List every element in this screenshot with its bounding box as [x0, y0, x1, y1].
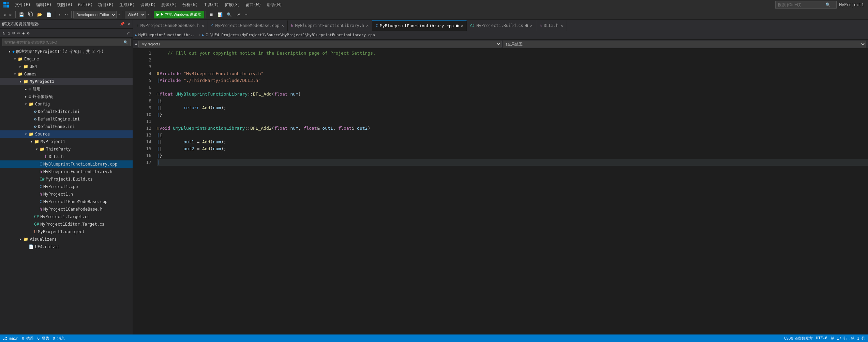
tree-item-source[interactable]: ▼ 📁 Source — [0, 130, 133, 138]
menu-extensions[interactable]: 扩展(X) — [222, 1, 243, 9]
tree-item-defaultgame[interactable]: ▶ ⚙ DefaultGame.ini — [0, 123, 133, 130]
configuration-dropdown[interactable]: Development Editor — [73, 11, 117, 18]
tab-gamemodebasecpp-close[interactable]: ✕ — [282, 23, 284, 28]
toolbar-new-btn[interactable]: 📄 — [45, 12, 53, 18]
tab-myblueprintcpp-close[interactable]: ✕ — [461, 24, 463, 28]
tree-item-myblueprinh[interactable]: ▶ h MyBlueprintFunctionLibrary.h — [0, 168, 133, 175]
tab-dll3h-close[interactable]: ✕ — [560, 23, 563, 28]
menu-tools[interactable]: 工具(T) — [201, 1, 222, 9]
visualizers-expand-arrow[interactable]: ▼ — [18, 238, 23, 241]
home-icon[interactable]: ⌂ — [7, 30, 11, 36]
filter-icon[interactable]: ⊟ — [12, 30, 15, 36]
sidebar-search-input[interactable] — [4, 40, 123, 44]
tree-item-editortarget[interactable]: ▶ C# MyProject1Editor.Target.cs — [0, 220, 133, 228]
pin-icon[interactable]: 📌 — [119, 22, 125, 27]
tree-item-solution[interactable]: ▼ ◆ 解决方案'MyProject1'(2 个项目，共 2 个) — [0, 48, 133, 55]
toolbar-search2-btn[interactable]: 🔍 — [225, 12, 234, 18]
myproject1src-expand-arrow[interactable]: ▼ — [29, 140, 34, 143]
breadcrumb-path[interactable]: C:\UE4 Projects\MyProject1\Source\MyProj… — [206, 33, 375, 37]
menu-analyze[interactable]: 分析(N) — [180, 1, 201, 9]
toolbar-more-btn[interactable]: ⋯ — [243, 12, 249, 18]
toolbar-save-btn[interactable]: 💾 — [17, 12, 26, 18]
tree-item-myproject1build[interactable]: ▶ C# MyProject1.Build.cs — [0, 175, 133, 183]
toolbar-open-btn[interactable]: 📂 — [35, 12, 44, 18]
waibuyilaix-expand-arrow[interactable]: ▶ — [23, 95, 29, 98]
scope-project-dropdown[interactable]: MyProject1 — [138, 41, 502, 47]
sidebar-close-icon[interactable]: ✕ — [127, 22, 131, 27]
menu-test[interactable]: 测试(S) — [159, 1, 180, 9]
tree-container[interactable]: ▼ ◆ 解决方案'MyProject1'(2 个项目，共 2 个) ▼ 📁 En… — [0, 47, 133, 334]
tree-item-target[interactable]: ▶ C# MyProject1.Target.cs — [0, 213, 133, 220]
menu-file[interactable]: 文件(F) — [12, 1, 33, 9]
toolbar-extra-btns[interactable]: ⏹ — [208, 12, 215, 18]
tree-label-myblueprintcpp: MyBlueprintFunctionLibrary.cpp — [43, 162, 117, 167]
toolbar-perf-btn[interactable]: 📊 — [216, 12, 224, 18]
expand-all-icon[interactable]: ⤢ — [126, 30, 131, 36]
solution-expand-arrow[interactable]: ▼ — [7, 50, 12, 53]
menu-edit[interactable]: 编辑(E) — [33, 1, 55, 9]
tree-item-uproject[interactable]: ▶ U MyProject1.uproject — [0, 228, 133, 236]
tree-item-games[interactable]: ▼ 📁 Games — [0, 70, 133, 78]
tab-myblueprinh[interactable]: h MyBlueprintFunctionLibrary.h ✕ — [288, 20, 373, 31]
code-content[interactable]: // Fill out your copyright notice in the… — [155, 48, 868, 334]
menu-view[interactable]: 视图(V) — [54, 1, 75, 9]
ue4-expand-arrow[interactable]: ▶ — [18, 65, 23, 68]
sidebar-search[interactable]: 🔍 — [2, 39, 131, 46]
tree-item-ue4natvis[interactable]: ▶ 📄 UE4.natvis — [0, 243, 133, 251]
games-expand-arrow[interactable]: ▼ — [12, 73, 18, 76]
menu-build[interactable]: 生成(B) — [117, 1, 138, 9]
menu-search-input[interactable] — [778, 2, 825, 7]
tree-item-myproject1[interactable]: ▼ 📁 MyProject1 — [0, 78, 133, 85]
sync-icon[interactable]: ↻ — [2, 30, 6, 36]
tree-item-engine[interactable]: ▼ 📁 Engine — [0, 55, 133, 63]
myproject1-expand-arrow[interactable]: ▼ — [18, 80, 23, 83]
tree-item-defaulteditor[interactable]: ▶ ⚙ DefaultEditor.ini — [0, 108, 133, 115]
tree-item-myproject1src[interactable]: ▼ 📁 MyProject1 — [0, 138, 133, 145]
toolbar-forward-btn[interactable]: ▷ — [8, 12, 14, 18]
toolbar-git-btn[interactable]: ⎇ — [234, 12, 242, 18]
tab-myproject1build-close[interactable]: ✕ — [530, 23, 533, 28]
tab-gamemodebasecpp[interactable]: C MyProject1GameModeBase.cpp ✕ — [208, 20, 288, 31]
breadcrumb-part1[interactable]: MyBlueprintFunctionLibr... — [138, 33, 197, 37]
properties-icon[interactable]: ⚙ — [26, 30, 30, 36]
toolbar-redo-btn[interactable]: ↪ — [64, 12, 70, 18]
collapse-icon[interactable]: ⊖ — [17, 30, 20, 36]
tree-item-waibuyilaix[interactable]: ▶ ⊞ 外部依赖项 — [0, 93, 133, 100]
config-expand-arrow[interactable]: ▼ — [23, 103, 29, 106]
run-button[interactable]: ▶ ▶ 本地 Windows 调试器 — [154, 11, 204, 18]
tree-item-gamemodebasecpp[interactable]: ▶ C MyProject1GameModeBase.cpp — [0, 198, 133, 205]
source-expand-arrow[interactable]: ▼ — [23, 133, 29, 136]
toolbar-back-btn[interactable]: ◁ — [1, 12, 7, 18]
menu-git[interactable]: Git(G) — [75, 1, 95, 9]
tree-item-ue4[interactable]: ▶ 📁 UE4 — [0, 63, 133, 70]
yinyong-expand-arrow[interactable]: ▶ — [23, 88, 29, 91]
engine-expand-arrow[interactable]: ▼ — [12, 58, 18, 61]
tree-item-gamemodebaseh[interactable]: ▶ h MyProject1GameModeBase.h — [0, 205, 133, 213]
tree-item-yinyong[interactable]: ▶ ⊞ 引用 — [0, 85, 133, 93]
tree-item-dll3h[interactable]: ▶ h DLL3.h — [0, 153, 133, 160]
tree-item-myproject1h[interactable]: ▶ h MyProject1.h — [0, 190, 133, 198]
scope-range-dropdown[interactable]: (全局范围) — [503, 41, 866, 47]
menu-search-box[interactable]: 🔍 — [775, 1, 837, 9]
menu-window[interactable]: 窗口(W) — [243, 1, 264, 9]
menu-help[interactable]: 帮助(H) — [264, 1, 285, 9]
tree-item-config[interactable]: ▼ 📁 Config — [0, 100, 133, 108]
tree-item-defaultengine[interactable]: ▶ ⚙ DefaultEngine.ini — [0, 115, 133, 123]
tab-gamemodebaseh[interactable]: h MyProject1GameModeBase.h ✕ — [133, 20, 208, 31]
platform-dropdown[interactable]: Win64 — [125, 11, 146, 18]
tab-dll3h[interactable]: h DLL3.h ✕ — [536, 20, 567, 31]
tree-item-myproject1cpp[interactable]: ▶ C MyProject1.cpp — [0, 183, 133, 190]
menu-project[interactable]: 项目(P) — [95, 1, 117, 9]
tree-item-thirdparty[interactable]: ▼ 📁 ThirdParty — [0, 145, 133, 153]
tab-gamemodebaseh-close[interactable]: ✕ — [201, 23, 204, 28]
thirdparty-expand-arrow[interactable]: ▼ — [34, 148, 40, 151]
tab-myblueprintcpp[interactable]: C MyBlueprintFunctionLibrary.cpp ✕ — [372, 20, 467, 31]
show-allfiles-icon[interactable]: ◈ — [21, 30, 25, 36]
tree-item-visualizers[interactable]: ▼ 📁 Visualizers — [0, 236, 133, 243]
tab-myproject1build[interactable]: C# MyProject1.Build.cs ✕ — [467, 20, 536, 31]
tab-myblueprinh-close[interactable]: ✕ — [366, 23, 369, 28]
menu-debug[interactable]: 调试(D) — [138, 1, 159, 9]
toolbar-undo-btn[interactable]: ↩ — [57, 12, 63, 18]
toolbar-save-all-btn[interactable] — [27, 11, 35, 18]
tree-item-myblueprintcpp[interactable]: ▶ C MyBlueprintFunctionLibrary.cpp — [0, 160, 133, 168]
